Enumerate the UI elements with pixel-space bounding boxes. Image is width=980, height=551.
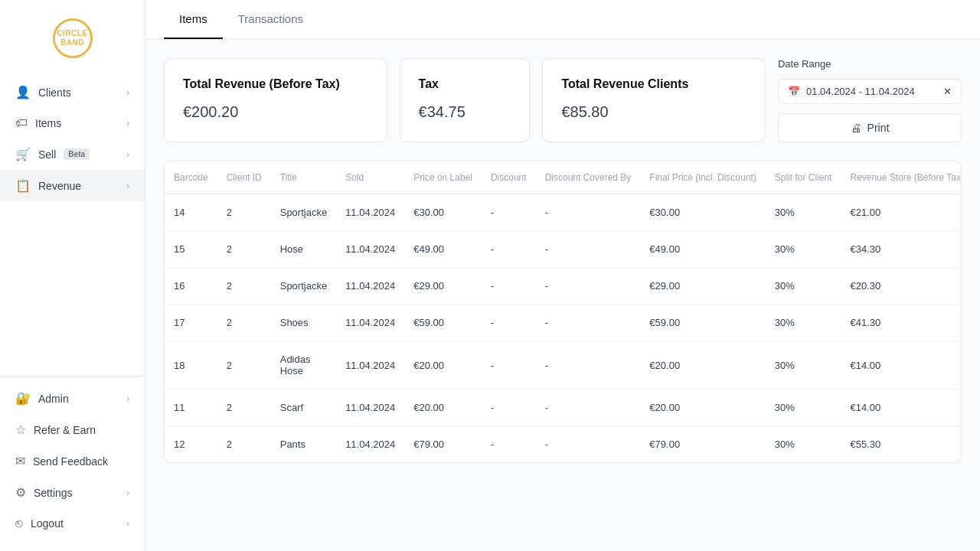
card-total-revenue-value: €200.20 [183, 103, 368, 121]
cell-discount: - [482, 268, 536, 305]
chevron-icon: › [126, 393, 129, 404]
print-button[interactable]: 🖨 Print [778, 113, 962, 142]
sidebar-item-refer[interactable]: ☆ Refer & Earn [0, 414, 145, 445]
chevron-icon: › [126, 118, 129, 129]
cell-discount: - [482, 341, 536, 390]
cell-revenue-store: €21.00 [841, 194, 962, 231]
sidebar-item-logout[interactable]: ⎋ Logout › [0, 508, 145, 539]
sidebar-item-items[interactable]: 🏷 Items › [0, 108, 145, 139]
date-range-panel: Date Range 📅 01.04.2024 - 11.04.2024 ✕ 🖨… [778, 58, 962, 142]
card-total-revenue-clients-title: Total Revenue Clients [561, 77, 746, 91]
sidebar-nav: 👤 Clients › 🏷 Items › 🛒 Sell Beta › 📋 Re… [0, 77, 145, 376]
cell-revenue-store: €41.30 [841, 305, 962, 341]
table-row: 172Shoes11.04.2024€59.00--€59.0030%€41.3… [165, 305, 962, 341]
cell-final-price: €29.00 [640, 268, 765, 305]
cell-price-label: €59.00 [404, 305, 482, 341]
page-content: Total Revenue (Before Tax) €200.20 Tax €… [145, 40, 980, 551]
cell-price-label: €20.00 [404, 390, 482, 426]
cell-barcode: 18 [165, 341, 217, 390]
cell-discount-covered: - [536, 268, 641, 305]
col-client-id: Client ID [217, 161, 271, 194]
sidebar-item-feedback[interactable]: ✉ Send Feedback [0, 445, 145, 477]
sidebar-item-sell[interactable]: 🛒 Sell Beta › [0, 139, 145, 170]
cell-discount: - [482, 305, 536, 341]
cell-barcode: 17 [165, 305, 217, 341]
sidebar-label-revenue: Revenue [38, 180, 81, 192]
cell-discount: - [482, 231, 536, 268]
beta-badge: Beta [64, 148, 90, 160]
tab-items[interactable]: Items [164, 0, 223, 39]
card-tax: Tax €34.75 [400, 58, 531, 142]
logo-circle: CIRCLE BAND [53, 18, 93, 58]
cell-revenue-store: €34.30 [841, 231, 962, 268]
col-final-price: Final Price (incl. Discount) [640, 161, 765, 194]
admin-icon: 🔐 [15, 391, 31, 406]
date-range-value: 01.04.2024 - 11.04.2024 [806, 86, 915, 97]
chevron-icon: › [126, 181, 129, 191]
cell-price-label: €20.00 [404, 341, 482, 390]
col-barcode: Barcode [165, 161, 217, 194]
sidebar: CIRCLE BAND 👤 Clients › 🏷 Items › 🛒 Sell… [0, 0, 145, 551]
sidebar-label-clients: Clients [38, 86, 71, 99]
tab-transactions[interactable]: Transactions [223, 0, 318, 39]
clients-icon: 👤 [15, 85, 31, 99]
cell-discount-covered: - [536, 390, 641, 426]
cell-final-price: €30.00 [640, 194, 765, 231]
cell-client-id: 2 [217, 194, 271, 231]
cell-barcode: 14 [165, 194, 217, 231]
cell-sold: 11.04.2024 [336, 268, 404, 305]
cell-discount-covered: - [536, 305, 641, 341]
cell-revenue-store: €14.00 [841, 390, 962, 426]
cell-final-price: €79.00 [640, 426, 765, 463]
cell-sold: 11.04.2024 [336, 194, 404, 231]
cell-revenue-store: €14.00 [841, 341, 962, 390]
cell-discount-covered: - [536, 426, 641, 463]
logout-icon: ⎋ [15, 517, 23, 530]
close-icon[interactable]: ✕ [943, 86, 952, 97]
sidebar-item-settings[interactable]: ⚙ Settings › [0, 477, 145, 508]
cell-split-client: 30% [766, 305, 841, 341]
cell-price-label: €79.00 [404, 426, 482, 463]
cell-price-label: €30.00 [404, 194, 482, 231]
cell-title: Hose [271, 231, 336, 268]
sidebar-item-clients[interactable]: 👤 Clients › [0, 77, 145, 108]
cell-client-id: 2 [217, 231, 271, 268]
col-split-client: Split for Client [766, 161, 841, 194]
cell-sold: 11.04.2024 [336, 341, 404, 390]
cell-split-client: 30% [766, 426, 841, 463]
sidebar-bottom: 🔐 Admin › ☆ Refer & Earn ✉ Send Feedback… [0, 376, 145, 539]
calendar-icon: 📅 [788, 86, 800, 97]
cell-discount-covered: - [536, 194, 641, 231]
tab-bar: Items Transactions [145, 0, 980, 40]
table-header-row: Barcode Client ID Title Sold Price on La… [165, 161, 962, 194]
table-row: 112Scarf11.04.2024€20.00--€20.0030%€14.0… [165, 390, 962, 426]
table-row: 152Hose11.04.2024€49.00--€49.0030%€34.30 [165, 231, 962, 268]
settings-icon: ⚙ [15, 485, 26, 500]
card-tax-title: Tax [419, 77, 511, 91]
sidebar-label-feedback: Send Feedback [33, 455, 108, 468]
cell-discount-covered: - [536, 231, 641, 268]
cell-sold: 11.04.2024 [336, 231, 404, 268]
cell-sold: 11.04.2024 [336, 426, 404, 463]
table-row: 142Sportjacke11.04.2024€30.00--€30.0030%… [165, 194, 962, 231]
cell-title: Sportjacke [271, 194, 336, 231]
sidebar-item-admin[interactable]: 🔐 Admin › [0, 383, 145, 414]
sell-icon: 🛒 [15, 147, 31, 161]
cell-barcode: 12 [165, 426, 217, 463]
cell-final-price: €59.00 [640, 305, 765, 341]
chevron-icon: › [126, 487, 129, 498]
sidebar-label-refer: Refer & Earn [34, 424, 96, 436]
card-total-revenue-title: Total Revenue (Before Tax) [183, 77, 368, 91]
cell-split-client: 30% [766, 390, 841, 426]
col-price-label: Price on Label [404, 161, 482, 194]
cell-barcode: 11 [165, 390, 217, 426]
table-row: 162Sportjacke11.04.2024€29.00--€29.0030%… [165, 268, 962, 305]
sidebar-label-admin: Admin [38, 393, 69, 405]
date-range-input[interactable]: 📅 01.04.2024 - 11.04.2024 ✕ [778, 79, 962, 104]
cell-discount: - [482, 390, 536, 426]
sidebar-item-revenue[interactable]: 📋 Revenue › [0, 170, 145, 201]
table-row: 122Pants11.04.2024€79.00--€79.0030%€55.3… [165, 426, 962, 463]
sidebar-label-items: Items [35, 117, 61, 129]
cell-revenue-store: €20.30 [841, 268, 962, 305]
sidebar-label-sell: Sell [38, 148, 56, 161]
